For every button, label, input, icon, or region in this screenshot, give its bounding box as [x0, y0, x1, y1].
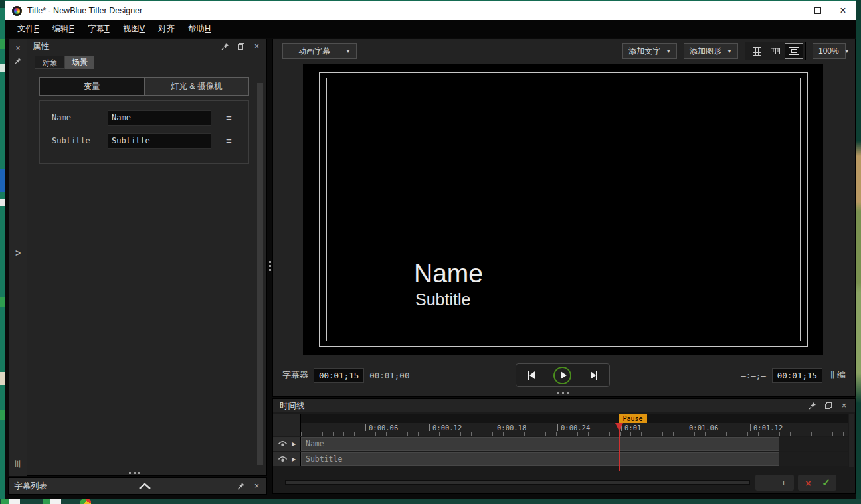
pin-icon[interactable]	[808, 402, 816, 410]
cascade-icon[interactable]	[824, 402, 832, 410]
cancel-button[interactable]: ×	[800, 477, 816, 489]
taskbar-app-icon[interactable]	[9, 499, 20, 504]
expand-arrow-icon[interactable]: ▶	[292, 456, 296, 462]
name-field[interactable]	[108, 110, 211, 126]
caret-down-icon: ▼	[345, 48, 351, 54]
play-icon	[553, 367, 571, 384]
vertical-scrollbar[interactable]	[849, 414, 854, 467]
playhead[interactable]	[619, 424, 621, 471]
subtitle-field[interactable]	[108, 133, 211, 149]
skip-start-button[interactable]	[518, 365, 545, 385]
dock-tab-glyph[interactable]: 丗	[9, 459, 27, 470]
variable-row-subtitle: Subtitle =	[52, 133, 248, 149]
horizontal-scrollbar[interactable]	[285, 480, 750, 485]
taskbar-app-icon[interactable]	[43, 499, 50, 504]
zoom-in-button[interactable]: +	[776, 478, 792, 488]
field-label: Subtitle	[52, 136, 108, 145]
pause-marker[interactable]: Pause	[619, 414, 647, 423]
eye-icon[interactable]	[278, 456, 288, 463]
vertical-scrollbar[interactable]	[257, 83, 263, 465]
minimize-icon	[789, 11, 797, 11]
tab-scene[interactable]: 场景	[65, 56, 94, 69]
close-icon[interactable]: ×	[252, 482, 261, 491]
title-bar[interactable]: Title* - NewBlue Titler Designer ×	[5, 1, 856, 20]
close-icon[interactable]: ×	[840, 402, 848, 410]
tab-object[interactable]: 对象	[35, 56, 65, 69]
menu-view[interactable]: 视图V	[116, 20, 151, 38]
safe-area-toggle-button[interactable]	[785, 43, 803, 59]
maximize-button[interactable]	[805, 1, 830, 20]
ruler-toggle-button[interactable]	[766, 43, 785, 59]
chevron-right-icon[interactable]: >	[9, 248, 27, 258]
canvas-name-text[interactable]: Name	[414, 259, 483, 288]
grid-toggle-button[interactable]	[747, 43, 766, 59]
tab-variables[interactable]: 变量	[40, 78, 144, 95]
minimize-button[interactable]	[780, 1, 805, 20]
eye-icon[interactable]	[278, 440, 288, 448]
desktop-icon-fragment	[0, 169, 5, 192]
menu-title[interactable]: 字幕T	[81, 20, 116, 38]
play-button[interactable]	[549, 365, 576, 385]
track-lane[interactable]: Subtitle	[301, 452, 848, 466]
zoom-out-button[interactable]: −	[757, 478, 773, 488]
close-icon: ×	[840, 5, 846, 17]
expand-arrow-icon[interactable]: ▶	[292, 441, 296, 447]
equals-button[interactable]: =	[226, 112, 232, 124]
add-shape-button[interactable]: 添加图形 ▼	[684, 43, 738, 59]
zoom-dropdown[interactable]: 100% ▼	[813, 43, 846, 59]
taskbar-app-icon[interactable]	[1, 499, 9, 504]
preview-toolbar: 动画字幕 ▼ 添加文字 ▼ 添加图形 ▼	[273, 42, 855, 60]
titler-label: 字幕器	[282, 369, 308, 381]
skip-end-button[interactable]	[581, 365, 607, 385]
add-text-button[interactable]: 添加文字 ▼	[622, 43, 677, 59]
confirm-button[interactable]: ✓	[818, 477, 834, 489]
pin-icon[interactable]	[9, 57, 27, 65]
out-timecode[interactable]: 00:01;15	[772, 368, 822, 383]
template-dropdown[interactable]: 动画字幕 ▼	[282, 43, 357, 59]
pin-icon[interactable]	[237, 482, 245, 491]
properties-tabs: 对象 场景	[35, 56, 94, 69]
ruler-tick-label: 0:00.18	[494, 424, 526, 431]
track-lane[interactable]: Name	[301, 437, 848, 451]
app-window: Title* - NewBlue Titler Designer × 文件F 编…	[5, 1, 856, 499]
marker-strip[interactable]: Pause	[301, 414, 848, 423]
taskbar-app-icon[interactable]	[50, 499, 61, 504]
desktop-icon-fragment	[0, 297, 5, 307]
desktop-edge-left	[0, 0, 5, 504]
time-ruler[interactable]: 0:00.06 0:00.12 0:00.18 0:00.24 0:01 0:0…	[301, 423, 848, 436]
track-clip[interactable]: Name	[301, 437, 779, 451]
close-button[interactable]: ×	[830, 1, 856, 20]
ruler-tick-label: 0:01.06	[686, 424, 718, 431]
subtitle-list-title: 字幕列表	[14, 481, 47, 492]
workspace: × > 丗 属性	[5, 38, 856, 499]
ruler-tick-label: 0:00.12	[429, 424, 462, 431]
variables-group: Name = Subtitle =	[39, 100, 249, 164]
current-timecode[interactable]: 00:01;15	[314, 368, 364, 383]
pin-icon[interactable]	[221, 42, 229, 51]
timeline-header: 时间线 ×	[273, 399, 855, 412]
properties-panel-header: 属性 ×	[27, 39, 266, 54]
properties-panel: 属性 × 对象 场景 变量	[27, 39, 267, 476]
close-icon[interactable]: ×	[252, 42, 261, 51]
taskbar[interactable]	[0, 499, 861, 504]
ruler-tick-label: 0:00.06	[365, 424, 398, 431]
panel-resize-handle[interactable]	[557, 392, 569, 394]
tab-lights-camera[interactable]: 灯光 & 摄像机	[144, 78, 249, 95]
splitter-handle[interactable]	[269, 261, 271, 271]
timeline-title: 时间线	[280, 400, 305, 412]
maximize-icon	[814, 7, 821, 14]
canvas-subtitle-text[interactable]: Subtitle	[415, 290, 470, 309]
track-clip[interactable]: Subtitle	[301, 452, 779, 466]
close-icon[interactable]: ×	[9, 44, 27, 53]
ruler-minor-ticks	[301, 432, 848, 436]
preview-canvas[interactable]: Name Subtitle	[303, 64, 823, 355]
cascade-icon[interactable]	[237, 42, 245, 51]
menu-help[interactable]: 帮助H	[181, 20, 217, 38]
menu-edit[interactable]: 编辑E	[46, 20, 81, 38]
menu-align[interactable]: 对齐	[151, 20, 181, 38]
menu-file[interactable]: 文件F	[11, 20, 46, 38]
equals-button[interactable]: =	[226, 135, 232, 147]
taskbar-chrome-icon[interactable]	[80, 499, 91, 504]
chevron-up-icon[interactable]	[138, 483, 151, 489]
panel-resize-handle[interactable]	[129, 472, 140, 474]
